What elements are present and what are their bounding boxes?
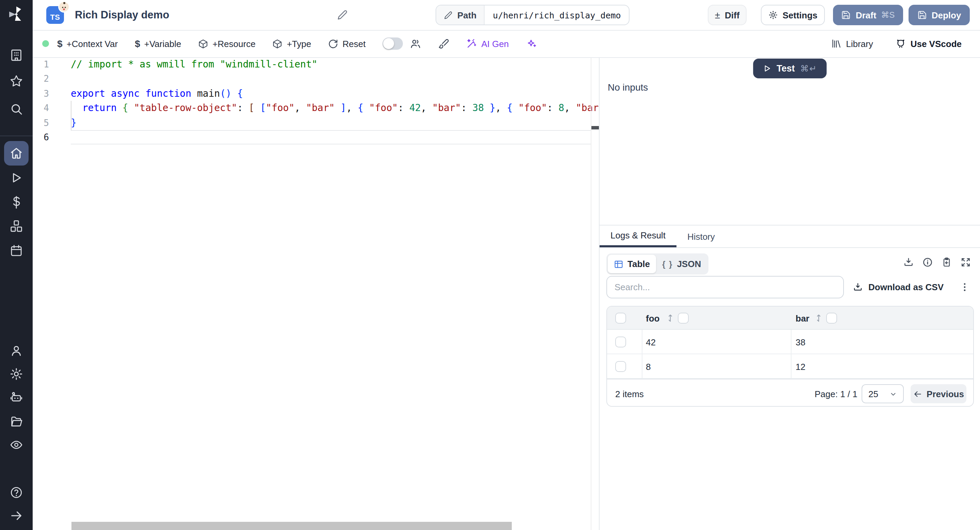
sidebar-item-audit-logs[interactable] — [10, 438, 23, 452]
add-type-button[interactable]: +Type — [272, 38, 311, 49]
download-icon[interactable] — [903, 257, 914, 268]
sidebar-item-folders[interactable] — [10, 415, 23, 428]
select-all-checkbox[interactable] — [615, 313, 626, 324]
dollar-icon: $ — [57, 38, 63, 49]
library-button[interactable]: Library — [831, 38, 873, 49]
format-code-button[interactable] — [438, 38, 449, 49]
line-number: 4 — [33, 101, 49, 115]
info-icon[interactable] — [922, 257, 933, 268]
line-number: 2 — [33, 72, 49, 86]
sidebar-item-variables[interactable] — [10, 196, 23, 209]
editor-toolbar: $ +Context Var $ +Variable +Resource +Ty… — [33, 30, 980, 58]
column-bar-checkbox[interactable] — [826, 313, 837, 324]
toggle-knob — [383, 38, 394, 49]
settings-button[interactable]: Settings — [761, 5, 825, 25]
octocat-icon — [895, 38, 907, 49]
items-count: 2 items — [615, 380, 644, 407]
json-braces-icon: { } — [662, 259, 673, 269]
row-checkbox[interactable] — [615, 361, 626, 372]
diff-mode-toggle[interactable] — [382, 37, 403, 50]
arrow-left-icon — [913, 390, 922, 398]
cell-foo: 42 — [646, 330, 656, 354]
reset-button[interactable]: Reset — [328, 38, 366, 49]
blocks-icon — [10, 219, 23, 233]
sidebar-item-users[interactable] — [10, 344, 23, 358]
bot-icon — [10, 391, 23, 405]
code-content[interactable]: // import * as wmill from "windmill-clie… — [71, 57, 599, 145]
previous-page-button[interactable]: Previous — [911, 384, 966, 403]
search-input[interactable] — [606, 276, 844, 299]
row-checkbox[interactable] — [615, 337, 626, 347]
help-icon[interactable] — [10, 486, 23, 499]
sort-icon[interactable] — [814, 313, 824, 323]
page-size-select[interactable]: 25 — [862, 384, 904, 403]
table-options-kebab[interactable] — [959, 276, 970, 299]
user-icon — [10, 344, 23, 358]
path-label: Path — [457, 10, 476, 20]
save-icon — [917, 10, 927, 20]
favorites-star-icon[interactable] — [10, 74, 23, 88]
test-shortcut: ⌘↵ — [800, 63, 817, 73]
play-icon — [762, 64, 771, 73]
test-button[interactable]: Test ⌘↵ — [753, 59, 827, 78]
path-editor[interactable]: Path u/henri/rich_display_demo — [436, 5, 630, 25]
cell-bar: 12 — [795, 354, 805, 379]
view-table-segment[interactable]: Table — [608, 255, 656, 273]
baby-emoji-icon — [59, 2, 69, 11]
sort-icon[interactable] — [666, 313, 675, 323]
sidebar-divider — [0, 136, 33, 136]
ai-sparkles-button[interactable] — [526, 38, 537, 49]
path-value[interactable]: u/henri/rich_display_demo — [485, 5, 629, 24]
view-json-segment[interactable]: { } JSON — [656, 255, 707, 273]
editor-horizontal-scrollbar[interactable] — [72, 522, 512, 530]
home-icon — [10, 147, 23, 160]
sidebar-item-workers[interactable] — [10, 391, 23, 405]
deployed-status-dot — [42, 40, 49, 47]
draft-button[interactable]: Draft ⌘S — [833, 5, 903, 25]
result-table: foo bar 42 38 8 12 — [606, 306, 974, 407]
table-row[interactable]: 42 38 — [607, 330, 973, 354]
multiplayer-users-button[interactable] — [410, 38, 421, 49]
code-editor[interactable]: 1 2 3 4 5 6 // import * as wmill from "w… — [33, 57, 599, 530]
page-indicator: Page: 1 / 1 — [815, 380, 858, 407]
column-header-bar[interactable]: bar — [795, 307, 809, 330]
code-line-6 — [71, 130, 599, 145]
windmill-logo-icon[interactable] — [8, 5, 25, 23]
sidebar-item-runs[interactable] — [10, 171, 23, 185]
line-number: 3 — [33, 86, 49, 101]
download-csv-button[interactable]: Download as CSV — [853, 276, 943, 299]
table-row[interactable]: 8 12 — [607, 354, 973, 379]
edit-summary-pencil-icon[interactable] — [337, 10, 348, 21]
add-context-var-button[interactable]: $ +Context Var — [57, 38, 118, 49]
deploy-button[interactable]: Deploy — [908, 5, 970, 25]
use-vscode-button[interactable]: Use VScode — [895, 38, 962, 49]
tab-logs-and-result[interactable]: Logs & Result — [600, 225, 676, 247]
column-header-foo[interactable]: foo — [646, 307, 659, 330]
expand-sidebar-icon[interactable] — [10, 509, 23, 522]
no-inputs-label: No inputs — [608, 82, 648, 93]
result-view-toggle: Table { } JSON — [606, 254, 708, 275]
sidebar-item-settings[interactable] — [10, 367, 23, 381]
sidebar-item-resources[interactable] — [10, 219, 23, 233]
expand-icon[interactable] — [960, 257, 971, 268]
path-label-segment[interactable]: Path — [436, 5, 485, 24]
line-number: 1 — [33, 57, 49, 72]
add-resource-button[interactable]: +Resource — [198, 38, 255, 49]
sidebar-item-home[interactable] — [4, 141, 29, 166]
sidebar-item-schedules[interactable] — [10, 244, 23, 257]
language-label: TS — [50, 14, 60, 21]
line-number: 5 — [33, 115, 49, 130]
kebab-menu-icon — [959, 281, 970, 293]
add-variable-button[interactable]: $ +Variable — [135, 38, 181, 49]
tab-history[interactable]: History — [676, 225, 726, 247]
dollar-icon: $ — [135, 38, 140, 49]
play-icon — [10, 171, 23, 185]
search-icon[interactable] — [10, 102, 23, 116]
column-foo-checkbox[interactable] — [678, 313, 689, 324]
workspace-building-icon[interactable] — [10, 48, 23, 62]
calendar-icon — [10, 244, 23, 257]
gear-icon — [10, 367, 23, 381]
copy-to-clipboard-icon[interactable] — [941, 257, 952, 268]
diff-button[interactable]: ± Diff — [708, 5, 746, 25]
ai-gen-button[interactable]: AI Gen — [466, 38, 509, 49]
